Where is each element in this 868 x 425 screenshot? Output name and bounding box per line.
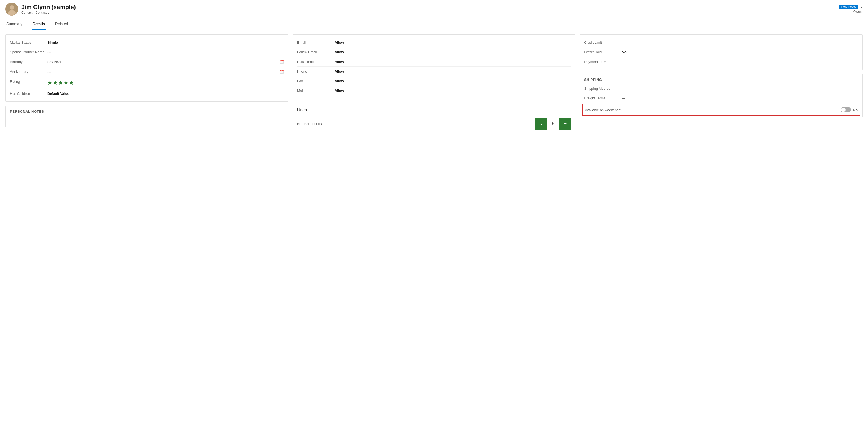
- tab-related[interactable]: Related: [54, 19, 69, 30]
- email-pref-label: Email: [297, 40, 335, 44]
- contact-preferences-card: Email Allow Follow Email Allow Bulk Emai…: [292, 34, 576, 99]
- spouse-name-label: Spouse/Partner Name: [10, 50, 48, 54]
- column-1: Marital Status Single Spouse/Partner Nam…: [5, 34, 288, 136]
- marital-status-label: Marital Status: [10, 40, 48, 44]
- birthday-value: 3/2/1959 📅: [48, 60, 284, 64]
- personal-notes-title: PERSONAL NOTES: [10, 110, 284, 114]
- personal-notes-card: PERSONAL NOTES ---: [5, 106, 288, 127]
- follow-email-label: Follow Email: [297, 50, 335, 54]
- freight-terms-label: Freight Terms: [584, 96, 622, 100]
- units-card: Units Number of units - 5 +: [292, 103, 576, 136]
- rating-stars[interactable]: ★★★★★: [48, 80, 74, 86]
- header-subtitle: Contact · Contact ∨: [22, 11, 839, 14]
- payment-terms-row: Payment Terms ---: [584, 57, 858, 66]
- column-2: Email Allow Follow Email Allow Bulk Emai…: [292, 34, 576, 136]
- personal-notes-content: ---: [10, 116, 284, 120]
- credit-limit-label: Credit Limit: [584, 40, 622, 44]
- tab-details[interactable]: Details: [32, 19, 46, 30]
- phone-pref-value: Allow: [335, 69, 571, 73]
- decrement-units-button[interactable]: -: [535, 118, 547, 130]
- help-reset-badge[interactable]: Help Reset: [839, 5, 858, 9]
- shipping-method-row: Shipping Method ---: [584, 84, 858, 93]
- has-children-label: Has Children: [10, 92, 48, 96]
- owner-label: Owner: [853, 10, 863, 14]
- toggle-thumb: [841, 108, 845, 112]
- follow-email-row: Follow Email Allow: [297, 48, 571, 57]
- entity-chevron-icon[interactable]: ∨: [48, 11, 50, 14]
- has-children-value: Default Value: [48, 92, 284, 96]
- mail-pref-value: Allow: [335, 89, 571, 93]
- email-pref-row: Email Allow: [297, 38, 571, 48]
- increment-units-button[interactable]: +: [559, 118, 571, 130]
- tab-bar: Summary Details Related: [0, 19, 868, 30]
- payment-terms-value: ---: [622, 60, 858, 64]
- phone-pref-label: Phone: [297, 69, 335, 73]
- shipping-title: SHIPPING: [580, 74, 862, 84]
- entity-type1: Contact: [22, 11, 32, 14]
- mail-pref-row: Mail Allow: [297, 86, 571, 95]
- payment-terms-label: Payment Terms: [584, 60, 622, 64]
- birthday-date: 3/2/1959: [48, 60, 61, 64]
- units-title: Units: [297, 108, 571, 113]
- phone-pref-row: Phone Allow: [297, 67, 571, 76]
- credit-limit-value: ---: [622, 40, 858, 44]
- spouse-name-row: Spouse/Partner Name ---: [10, 48, 284, 57]
- birthday-row: Birthday 3/2/1959 📅: [10, 57, 284, 67]
- header-expand-icon[interactable]: ∨: [860, 5, 863, 9]
- header-right: Help Reset ∨ Owner: [839, 5, 863, 14]
- bulk-email-row: Bulk Email Allow: [297, 57, 571, 67]
- shipping-method-value: ---: [622, 87, 858, 91]
- units-controls: - 5 +: [535, 118, 571, 130]
- toggle-track[interactable]: [841, 107, 851, 113]
- fax-pref-value: Allow: [335, 79, 571, 83]
- rating-row: Rating ★★★★★: [10, 77, 284, 89]
- contact-preferences-section: Email Allow Follow Email Allow Bulk Emai…: [293, 35, 576, 98]
- number-of-units-label: Number of units: [297, 122, 536, 126]
- credit-hold-row: Credit Hold No: [584, 48, 858, 57]
- credit-hold-label: Credit Hold: [584, 50, 622, 54]
- shipping-method-label: Shipping Method: [584, 87, 622, 91]
- personal-info-card: Marital Status Single Spouse/Partner Nam…: [5, 34, 288, 102]
- anniversary-date: ---: [48, 70, 51, 74]
- svg-point-1: [10, 5, 14, 10]
- mail-pref-label: Mail: [297, 89, 335, 93]
- credit-hold-value: No: [622, 50, 858, 54]
- billing-section: Credit Limit --- Credit Hold No Payment …: [580, 35, 862, 70]
- tab-summary[interactable]: Summary: [5, 19, 24, 30]
- bulk-email-value: Allow: [335, 60, 571, 64]
- fax-pref-label: Fax: [297, 79, 335, 83]
- column-3: Credit Limit --- Credit Hold No Payment …: [580, 34, 863, 136]
- credit-limit-row: Credit Limit ---: [584, 38, 858, 48]
- birthday-label: Birthday: [10, 60, 48, 64]
- separator-dot: ·: [33, 11, 34, 14]
- units-value: 5: [547, 121, 559, 126]
- main-grid: Marital Status Single Spouse/Partner Nam…: [0, 30, 868, 141]
- bulk-email-label: Bulk Email: [297, 60, 335, 64]
- available-weekends-value: No: [853, 108, 858, 112]
- shipping-fields: Shipping Method --- Freight Terms ---: [580, 84, 862, 103]
- spouse-name-value: ---: [48, 50, 284, 54]
- rating-value: ★★★★★: [48, 80, 284, 86]
- marital-status-row: Marital Status Single: [10, 38, 284, 48]
- entity-type2: Contact: [36, 11, 46, 14]
- available-weekends-row: Available on weekends? No: [582, 104, 860, 116]
- billing-card: Credit Limit --- Credit Hold No Payment …: [580, 34, 863, 70]
- svg-point-2: [8, 10, 16, 16]
- marital-status-value: Single: [48, 40, 284, 44]
- rating-label: Rating: [10, 80, 48, 84]
- anniversary-value: --- 📅: [48, 70, 284, 74]
- fax-pref-row: Fax Allow: [297, 76, 571, 86]
- anniversary-label: Anniversary: [10, 70, 48, 74]
- header-info: Jim Glynn (sample) Contact · Contact ∨: [22, 4, 839, 14]
- available-weekends-label: Available on weekends?: [585, 108, 841, 112]
- shipping-card: SHIPPING Shipping Method --- Freight Ter…: [580, 74, 863, 117]
- personal-info-section: Marital Status Single Spouse/Partner Nam…: [6, 35, 288, 101]
- anniversary-row: Anniversary --- 📅: [10, 67, 284, 77]
- contact-name: Jim Glynn (sample): [22, 4, 839, 11]
- follow-email-value: Allow: [335, 50, 571, 54]
- birthday-calendar-icon[interactable]: 📅: [279, 60, 284, 64]
- number-of-units-row: Number of units - 5 +: [297, 116, 571, 132]
- anniversary-calendar-icon[interactable]: 📅: [279, 70, 284, 74]
- has-children-row: Has Children Default Value: [10, 89, 284, 98]
- available-weekends-toggle[interactable]: No: [841, 107, 858, 113]
